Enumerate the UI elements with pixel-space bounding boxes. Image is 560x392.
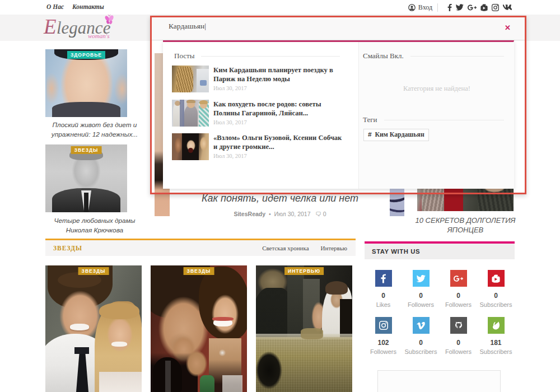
svg-text:E: E bbox=[43, 15, 57, 38]
svg-text:woman's: woman's bbox=[88, 32, 109, 39]
